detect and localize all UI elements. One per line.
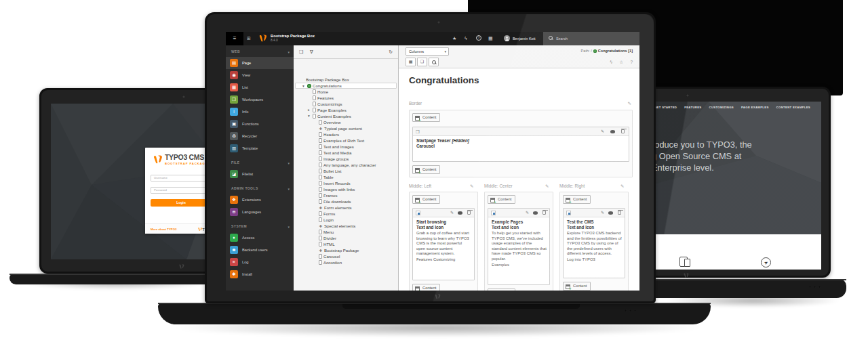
- tree-node-content-examples[interactable]: ▾Content Examples: [295, 113, 397, 119]
- add-content-button[interactable]: Content: [488, 288, 515, 291]
- tree-node-table[interactable]: Table: [295, 174, 397, 180]
- edit-column-icon[interactable]: ✎: [470, 184, 473, 188]
- module-section-file[interactable]: FILE▾: [226, 159, 294, 168]
- visibility-icon[interactable]: [610, 130, 615, 133]
- sidebar-item-workspaces[interactable]: ❐Workspaces: [226, 93, 294, 106]
- more-about-typo3-link[interactable]: More about TYPO3: [151, 228, 176, 231]
- sidebar-item-extensions[interactable]: ❖Extensions: [226, 194, 294, 206]
- help-icon[interactable]: ?: [630, 59, 633, 65]
- element-links[interactable]: Examples: [492, 263, 547, 268]
- add-content-button[interactable]: Content: [412, 195, 440, 204]
- sidebar-item-template[interactable]: ▥Template: [226, 142, 294, 154]
- tree-node-insert-records[interactable]: Insert Records: [295, 180, 397, 186]
- tree-node-login[interactable]: Login: [295, 217, 397, 223]
- nav-item-features[interactable]: FEATURES: [684, 106, 701, 109]
- expand-arrow-icon[interactable]: ▸: [308, 107, 310, 113]
- delete-icon[interactable]: [467, 211, 471, 215]
- sidebar-item-functions[interactable]: ▣Functions: [226, 118, 294, 130]
- filter-icon[interactable]: ∇: [310, 49, 313, 55]
- avatar[interactable]: [504, 35, 510, 41]
- tree-node-typical-page-content[interactable]: ✚Typical page content: [295, 125, 397, 131]
- tree-node-menu[interactable]: Menu: [295, 229, 397, 235]
- add-content-button[interactable]: Content: [412, 113, 440, 122]
- sidebar-item-view[interactable]: ◉View: [226, 69, 294, 81]
- tree-node-bullet-list[interactable]: Bullet List: [295, 168, 397, 174]
- password-field[interactable]: Password: [151, 187, 212, 194]
- collapse-arrow-icon[interactable]: ▾: [308, 113, 310, 119]
- tree-node-divider[interactable]: Divider: [295, 235, 397, 241]
- delete-icon[interactable]: [618, 211, 621, 215]
- add-content-button[interactable]: Content: [563, 282, 591, 291]
- content-element-card[interactable]: ✎ Test the CMS Text and Icon Explore TYP…: [563, 208, 625, 278]
- tree-node-overview[interactable]: Overview: [295, 119, 397, 125]
- clear-cache-bolt-icon[interactable]: ϟ: [465, 36, 467, 41]
- layout-button[interactable]: ▦: [406, 58, 416, 66]
- username-field[interactable]: Username: [151, 175, 212, 181]
- menu-toggle-button[interactable]: ≡: [226, 32, 243, 45]
- visibility-icon[interactable]: [608, 211, 613, 215]
- edit-icon[interactable]: ✎: [450, 211, 454, 215]
- content-element-card[interactable]: ❐ ✎ Startpage Teaser [Hidden] Carousel: [412, 127, 629, 162]
- sidebar-item-recycler[interactable]: ♻Recycler: [226, 130, 294, 142]
- tree-node-image-groups[interactable]: Image groups: [295, 156, 397, 162]
- tree-node-text-and-media[interactable]: Text and Media: [295, 150, 397, 156]
- help-icon[interactable]: ?: [476, 35, 481, 41]
- tree-node-home[interactable]: Home: [295, 89, 397, 95]
- search-input[interactable]: Search: [543, 32, 639, 45]
- tree-node-text-and-images[interactable]: Text and Images: [295, 144, 397, 150]
- edit-icon[interactable]: ✎: [601, 129, 604, 134]
- edit-column-icon[interactable]: ✎: [620, 184, 624, 188]
- sidebar-item-info[interactable]: iInfo: [226, 106, 294, 118]
- edit-icon[interactable]: ✎: [526, 211, 529, 215]
- tree-node-images-with-links[interactable]: Images with links: [295, 186, 397, 192]
- refresh-icon[interactable]: ↻: [389, 49, 393, 55]
- sidebar-item-filelist[interactable]: ◪Filelist: [226, 168, 294, 180]
- new-page-icon[interactable]: ❏: [299, 49, 303, 55]
- edit-column-icon[interactable]: ✎: [628, 101, 631, 106]
- username-label[interactable]: Benjamin Kott: [513, 37, 536, 41]
- tree-node-congratulations[interactable]: ▾Congratulations: [295, 83, 397, 89]
- tree-node-form-elements[interactable]: ✚Form elements: [295, 205, 397, 211]
- tree-node-frames[interactable]: Frames: [295, 192, 397, 198]
- tree-node-bootstrap-package[interactable]: ✚Bootstrap Package: [295, 247, 397, 253]
- module-section-web[interactable]: WEB▾: [226, 48, 294, 57]
- add-content-button[interactable]: Content: [563, 195, 591, 204]
- add-content-button[interactable]: Content: [412, 165, 440, 174]
- sidebar-item-languages[interactable]: ⊕Languages: [226, 206, 294, 218]
- tree-node-html[interactable]: HTML: [295, 241, 397, 247]
- tree-node-accordion[interactable]: Accordion: [295, 259, 397, 265]
- module-section-system[interactable]: SYSTEM▾: [226, 223, 294, 232]
- search-record-button[interactable]: [429, 58, 439, 66]
- delete-icon[interactable]: [542, 211, 546, 215]
- bookmark-star-icon[interactable]: ★: [452, 36, 456, 41]
- content-element-card[interactable]: ✎ Start browsing Text and Icon Grab a cu…: [412, 208, 475, 280]
- tree-node-features[interactable]: Features: [295, 95, 397, 101]
- bookmark-star-icon[interactable]: ☆: [619, 59, 623, 65]
- content-element-card[interactable]: ✎ Example Pages Text and Icon To help ge…: [488, 208, 550, 285]
- sidebar-item-backend-users[interactable]: ☻Backend users: [226, 244, 294, 256]
- tree-node-bootstrap-package-box[interactable]: Bootstrap Package Box: [295, 77, 397, 83]
- clear-cache-bolt-icon[interactable]: ϟ: [610, 59, 612, 65]
- sidebar-item-install[interactable]: ✱Install: [226, 268, 294, 280]
- element-links[interactable]: Features Customizing: [416, 257, 471, 263]
- add-content-button[interactable]: Content: [412, 284, 440, 291]
- tree-node-forms[interactable]: Forms: [295, 211, 397, 217]
- sidebar-item-list[interactable]: ▦List: [226, 81, 294, 93]
- tree-node-customizings[interactable]: Customizings: [295, 101, 397, 107]
- tree-node-any-language-any-character[interactable]: Any language, any character: [295, 162, 397, 168]
- module-menu-toggle-icon[interactable]: ⊞: [247, 36, 251, 41]
- tree-node-examples-of-rich-text[interactable]: Examples of Rich Text: [295, 137, 397, 144]
- visibility-icon[interactable]: [458, 211, 462, 215]
- module-section-admin-tools[interactable]: ADMIN TOOLS▾: [226, 185, 294, 194]
- nav-item-get-started[interactable]: GET STARTED: [654, 106, 677, 109]
- tree-node-page-examples[interactable]: ▸Page Examples: [295, 107, 397, 113]
- tree-node-special-elements[interactable]: ✚Special elements: [295, 223, 397, 229]
- add-content-button[interactable]: Content: [488, 195, 515, 204]
- tree-node-file-downloads[interactable]: File downloads: [295, 198, 397, 205]
- edit-column-icon[interactable]: ✎: [545, 184, 549, 188]
- view-mode-select[interactable]: Columns ▾: [406, 47, 449, 56]
- modules-grid-icon[interactable]: ▦: [488, 36, 493, 41]
- sidebar-item-page[interactable]: ▤Page: [226, 57, 294, 69]
- nav-item-content-examples[interactable]: CONTENT EXAMPLES: [776, 106, 810, 109]
- element-links[interactable]: Log into TYPO3: [567, 257, 622, 263]
